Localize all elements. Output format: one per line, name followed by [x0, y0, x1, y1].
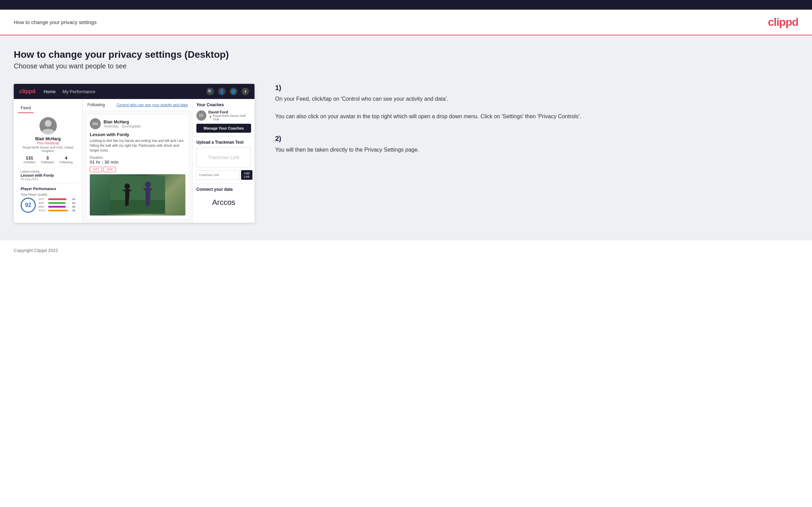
connect-title: Connect your data	[196, 187, 251, 192]
instructions-panel: 1) On your Feed, click/tap on 'Control w…	[268, 84, 798, 168]
svg-point-9	[145, 181, 151, 188]
instruction-1: 1) On your Feed, click/tap on 'Control w…	[275, 84, 791, 121]
profile-avatar	[40, 117, 57, 134]
instruction-1-text: On your Feed, click/tap on 'Control who …	[275, 95, 791, 121]
clippd-logo: clippd	[768, 16, 798, 29]
stat-followers: 3 Followers	[41, 155, 54, 164]
instruction-2: 2) You will then be taken directly to th…	[275, 135, 791, 154]
search-icon[interactable]: 🔍	[206, 88, 214, 95]
nav-icons: 🔍 👤 🌐 ⬇	[206, 88, 249, 95]
activity-image	[90, 174, 185, 216]
feed-tab[interactable]: Feed	[18, 103, 34, 113]
connect-section: Connect your data Arccos	[193, 184, 255, 214]
profile-stats: 131 Activities 3 Followers 4 Following	[21, 155, 75, 164]
nav-home[interactable]: Home	[44, 89, 56, 94]
duration-label: Duration	[90, 156, 103, 159]
ott-track	[48, 198, 68, 200]
tpq-circle: 92	[21, 198, 36, 213]
trackman-input-row: Add Link	[196, 170, 251, 180]
app-right-panel: Your Coaches DF David Ford 📍 Royal North…	[193, 99, 255, 223]
latest-activity-name: Lesson with Fordy	[21, 173, 75, 177]
followers-count: 3	[41, 155, 54, 161]
avatar-icon[interactable]: ⬇	[241, 88, 249, 95]
latest-label: Latest Activity	[21, 170, 75, 173]
demo-area: clippd Home My Performance 🔍 👤 🌐 ⬇ Feed	[14, 84, 798, 223]
footer-copyright: Copyright Clippd 2022	[14, 248, 58, 253]
player-performance: Player Performance Total Player Quality …	[18, 184, 78, 216]
activities-label: Activities	[23, 161, 36, 164]
trackman-input[interactable]	[196, 170, 240, 180]
ott-val: 90	[70, 198, 75, 201]
ott-label: OTT	[39, 198, 47, 201]
activities-count: 131	[23, 155, 36, 161]
app-val: 85	[70, 201, 75, 205]
putt-label: PUTT	[39, 209, 47, 212]
bar-putt: PUTT 96	[39, 209, 75, 212]
arg-label: ARG	[39, 205, 47, 208]
activity-desc: Looking to feel like my hands are exitin…	[90, 139, 185, 153]
manage-coaches-button[interactable]: Manage Your Coaches	[196, 124, 251, 133]
svg-point-1	[45, 120, 52, 127]
coach-club: 📍 Royal North Devon Golf Club	[208, 114, 251, 121]
tag-app: APP	[104, 167, 116, 172]
app-sidebar: Feed Blair McHarg Plus Handicap Royal No…	[14, 99, 83, 223]
profile-club: Royal North Devon Golf Club, United King…	[21, 146, 75, 153]
arccos-logo: Arccos	[196, 195, 251, 210]
putt-val: 96	[70, 209, 75, 212]
profile-name: Blair McHarg	[21, 136, 75, 141]
latest-activity-date: 03 Aug 2022	[21, 177, 75, 181]
arg-val: 86	[70, 205, 75, 208]
app-main: Following Control who can see your activ…	[83, 99, 193, 223]
putt-track	[48, 210, 68, 211]
app-screenshot: clippd Home My Performance 🔍 👤 🌐 ⬇ Feed	[14, 84, 255, 223]
activity-duration-label: Duration 01 hr : 30 min	[90, 156, 185, 165]
tpq-area: 92 OTT 90 APP	[21, 198, 75, 213]
tpq-label: Total Player Quality	[21, 193, 75, 196]
followers-label: Followers	[41, 161, 54, 164]
instruction-2-num: 2)	[275, 135, 791, 143]
page-subtitle: Choose what you want people to see	[14, 62, 798, 70]
svg-rect-12	[145, 199, 148, 206]
control-privacy-link[interactable]: Control who can see your activity and da…	[117, 103, 188, 107]
svg-point-4	[124, 184, 130, 189]
app-main-header: Following Control who can see your activ…	[83, 99, 193, 111]
header-title: How to change your privacy settings	[14, 19, 97, 25]
svg-rect-6	[123, 190, 131, 191]
globe-icon[interactable]: 🌐	[230, 88, 237, 95]
app-nav: clippd Home My Performance 🔍 👤 🌐 ⬇	[14, 84, 255, 99]
header: How to change your privacy settings clip…	[0, 10, 812, 35]
trackman-section: Upload a Trackman Test Trackman Link Add…	[193, 136, 255, 184]
activity-user-sub: Yesterday · Sunningdale	[104, 124, 141, 128]
person-icon[interactable]: 👤	[218, 88, 226, 95]
page-title: How to change your privacy settings (Des…	[14, 49, 798, 60]
tag-ott: OTT	[90, 167, 102, 172]
stat-following: 4 Following	[59, 155, 73, 164]
activity-tags: OTT APP	[90, 167, 185, 172]
bar-app: APP 85	[39, 201, 75, 205]
coach-name: David Ford	[208, 110, 251, 114]
activity-title: Lesson with Fordy	[90, 132, 185, 137]
arg-fill	[48, 206, 66, 208]
footer: Copyright Clippd 2022	[0, 240, 812, 260]
coaches-title: Your Coaches	[196, 102, 251, 107]
coach-club-name: Royal North Devon Golf Club	[213, 114, 251, 121]
trackman-placeholder: Trackman Link	[196, 147, 251, 167]
activity-user-name: Blair McHarg	[104, 120, 141, 124]
svg-rect-13	[148, 199, 150, 206]
duration-value: 01 hr : 30 min	[90, 159, 119, 165]
bar-ott: OTT 90	[39, 198, 75, 201]
stat-activities: 131 Activities	[23, 155, 36, 164]
add-link-button[interactable]: Add Link	[241, 170, 252, 180]
coach-item: DF David Ford 📍 Royal North Devon Golf C…	[196, 110, 251, 121]
latest-activity: Latest Activity Lesson with Fordy 03 Aug…	[18, 167, 78, 184]
instruction-2-text: You will then be taken directly to the P…	[275, 145, 791, 154]
profile-card: Blair McHarg Plus Handicap Royal North D…	[18, 113, 78, 167]
nav-my-performance[interactable]: My Performance	[63, 89, 95, 94]
main-content: How to change your privacy settings (Des…	[0, 35, 812, 240]
putt-fill	[48, 210, 68, 211]
tpq-value: 92	[25, 202, 31, 208]
following-button[interactable]: Following	[87, 102, 105, 107]
trackman-title: Upload a Trackman Test	[196, 140, 251, 145]
activity-user: BM Blair McHarg Yesterday · Sunningdale	[90, 118, 185, 129]
coach-info: David Ford 📍 Royal North Devon Golf Club	[208, 110, 251, 121]
